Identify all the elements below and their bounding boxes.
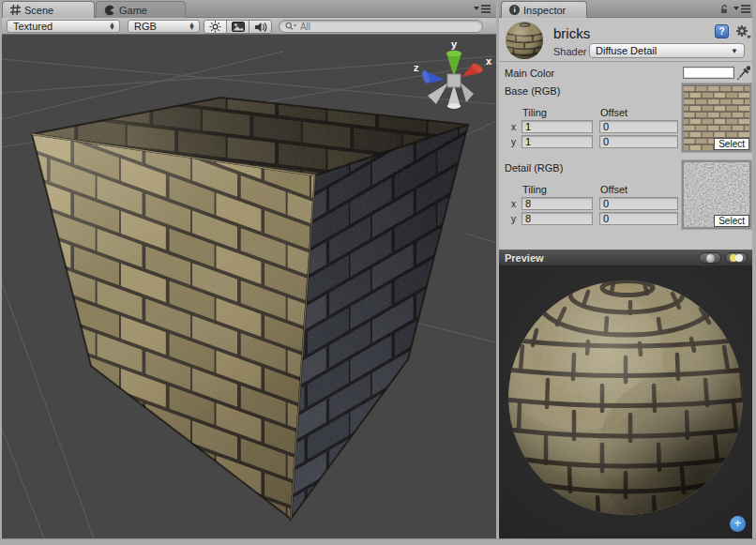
render-effects-toggle-button[interactable]: [226, 20, 249, 34]
preview-lighting-toggle-button[interactable]: [725, 252, 748, 264]
scene-search-field[interactable]: [279, 20, 483, 33]
main-color-swatch[interactable]: [683, 67, 734, 79]
scene-orientation-gizmo[interactable]: y x z: [414, 38, 492, 109]
detail-tiling-x-field[interactable]: [522, 197, 593, 210]
detail-row-x-label: x: [511, 199, 516, 209]
tab-game-label: Game: [119, 5, 147, 16]
preview-header: Preview: [499, 250, 752, 266]
base-row-x-label: x: [511, 122, 516, 132]
base-tiling-header: Tiling: [522, 107, 547, 118]
sphere-icon: [706, 254, 715, 263]
material-inspector: bricks Shader Diffuse Detail ▼ ? Main Co…: [499, 18, 752, 250]
search-input[interactable]: [300, 22, 476, 32]
gizmo-gray-axis-right: [461, 83, 474, 102]
base-offset-y-field[interactable]: [599, 135, 678, 148]
material-name: bricks: [553, 25, 590, 41]
detail-section-title: Detail (RGB): [505, 162, 563, 174]
eyedropper-icon[interactable]: [737, 65, 750, 80]
detail-texture-thumbnail[interactable]: Select: [682, 160, 751, 229]
help-button[interactable]: ?: [715, 24, 729, 38]
scene-panel: Scene Game Textured ▲▼ RGB ▲▼: [2, 0, 496, 538]
gizmo-z-label: z: [414, 62, 419, 73]
shader-value: Diffuse Detail: [596, 45, 657, 56]
gizmo-gray-axis-left: [428, 83, 448, 104]
inspector-panel-menu-icon[interactable]: [733, 4, 750, 14]
draw-mode-dropdown[interactable]: Textured ▲▼: [7, 20, 120, 33]
main-color-label: Main Color: [505, 68, 554, 79]
window-frame-right: [752, 0, 756, 538]
window-frame-left: [0, 0, 2, 538]
scene-toolbar: Textured ▲▼ RGB ▲▼: [2, 18, 496, 35]
preview-sphere-toggle-button[interactable]: [699, 252, 721, 264]
light-white-icon: [735, 254, 743, 262]
preview-sphere: [499, 266, 752, 538]
scene-viewport[interactable]: y x z: [2, 35, 496, 538]
search-icon: [285, 22, 297, 31]
brick-cube[interactable]: [21, 86, 480, 532]
scene-panel-menu-icon[interactable]: [474, 4, 491, 14]
sun-icon: [209, 21, 221, 33]
gear-menu-icon[interactable]: [735, 24, 751, 39]
detail-tiling-y-field[interactable]: [522, 212, 593, 225]
base-offset-x-field[interactable]: [599, 120, 678, 133]
info-icon: i: [509, 5, 520, 15]
inspector-tabbar: i Inspector: [499, 0, 752, 18]
detail-offset-header: Offset: [600, 184, 627, 195]
gizmo-y-label: y: [451, 38, 458, 50]
scene-3d-view: y x z: [2, 35, 496, 538]
detail-tiling-header: Tiling: [522, 184, 547, 195]
unity-editor-window: Scene Game Textured ▲▼ RGB ▲▼: [0, 0, 756, 545]
tab-inspector-label: Inspector: [523, 5, 566, 16]
dropdown-arrows-icon: ▲▼: [109, 23, 115, 30]
preview-add-button[interactable]: +: [730, 516, 746, 532]
game-icon: [104, 5, 115, 16]
detail-row-y-label: y: [511, 214, 516, 224]
lighting-toggle-button[interactable]: [204, 20, 227, 34]
inspector-lock-icon[interactable]: [718, 4, 730, 14]
tab-game[interactable]: Game: [96, 1, 186, 18]
dropdown-arrows-icon: ▲▼: [189, 23, 195, 30]
shader-dropdown[interactable]: Diffuse Detail ▼: [589, 43, 745, 58]
base-row-y-label: y: [511, 137, 516, 147]
scene-grid-icon: [10, 5, 21, 15]
gizmo-x-label: x: [486, 55, 492, 67]
preview-viewport[interactable]: +: [499, 266, 752, 538]
tab-scene-label: Scene: [24, 5, 53, 16]
draw-mode-value: Textured: [13, 21, 53, 32]
color-mode-dropdown[interactable]: RGB ▲▼: [128, 20, 200, 33]
base-tiling-x-field[interactable]: [522, 120, 593, 133]
material-preview-ball: [505, 21, 544, 60]
audio-toggle-button[interactable]: [249, 20, 272, 34]
inspector-panel: i Inspector: [499, 0, 752, 538]
window-frame-bottom: [0, 538, 756, 545]
preview-title: Preview: [505, 252, 544, 264]
tab-scene[interactable]: Scene: [2, 1, 95, 18]
dropdown-caret-icon: ▼: [731, 47, 738, 55]
shader-label: Shader: [553, 46, 586, 57]
image-icon: [232, 22, 245, 32]
detail-offset-y-field[interactable]: [599, 212, 678, 225]
header-divider: [499, 61, 752, 62]
tab-inspector[interactable]: i Inspector: [501, 1, 587, 18]
color-mode-value: RGB: [134, 21, 157, 32]
base-offset-header: Offset: [600, 107, 627, 118]
base-texture-thumbnail[interactable]: Select: [682, 83, 751, 152]
base-tiling-y-field[interactable]: [522, 135, 593, 148]
detail-offset-x-field[interactable]: [599, 197, 678, 210]
scene-tabbar: Scene Game: [2, 0, 496, 18]
base-section-title: Base (RGB): [505, 85, 560, 97]
detail-texture-select-button[interactable]: Select: [714, 215, 749, 227]
gizmo-center-cube[interactable]: [447, 74, 461, 87]
gizmo-y-axis[interactable]: [446, 53, 461, 77]
speaker-icon: [254, 22, 267, 33]
base-texture-select-button[interactable]: Select: [714, 138, 749, 150]
